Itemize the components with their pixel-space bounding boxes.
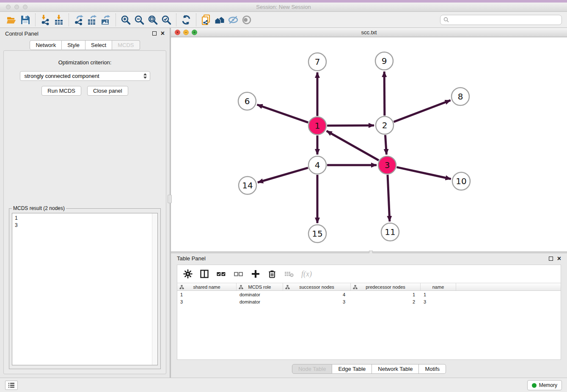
zoom-fit-icon[interactable] [146, 13, 160, 27]
open-session-icon[interactable] [5, 13, 19, 27]
table-header-row: shared nameMCDS rolesuccessor nodesprede… [177, 283, 561, 291]
cell-predecessor-nodes[interactable]: 2 [351, 299, 421, 304]
refresh-network-icon[interactable] [179, 13, 193, 27]
column-header-predecessor-nodes[interactable]: predecessor nodes [351, 283, 421, 290]
graph-edge-4-14[interactable] [258, 168, 308, 182]
cell-predecessor-nodes[interactable]: 1 [351, 292, 421, 297]
export-network-icon[interactable] [72, 13, 85, 27]
graph-node-6[interactable]: 6 [238, 92, 256, 110]
graph-edge-3-11[interactable] [388, 175, 390, 221]
tab-network[interactable]: Network [30, 40, 62, 50]
network-canvas[interactable]: 7968124314101511 [171, 37, 567, 251]
column-header-successor-nodes[interactable]: successor nodes [283, 283, 351, 290]
zoom-selected-icon[interactable] [160, 13, 173, 27]
cell-shared-name[interactable]: 1 [177, 292, 237, 297]
show-column-panel-icon[interactable] [200, 269, 209, 279]
duplicate-network-icon[interactable] [199, 13, 213, 27]
column-header-mcds-role[interactable]: MCDS role [237, 283, 283, 290]
cell-shared-name[interactable]: 3 [177, 299, 237, 304]
cell-successor-nodes[interactable]: 4 [283, 292, 351, 297]
export-table-icon[interactable] [85, 13, 99, 27]
save-session-icon[interactable] [19, 13, 32, 27]
task-history-button[interactable] [5, 381, 18, 390]
graph-node-9[interactable]: 9 [375, 52, 393, 70]
graph-node-10[interactable]: 10 [452, 172, 470, 190]
table-options-icon[interactable] [183, 269, 193, 279]
panel-divider-grip[interactable] [168, 195, 172, 203]
memory-label: Memory [539, 382, 557, 388]
optimization-criterion-label: Optimization criterion: [4, 59, 166, 66]
graph-node-1[interactable]: 1 [308, 117, 326, 135]
close-panel-icon[interactable]: × [161, 31, 165, 36]
list-icon [8, 382, 15, 388]
graph-node-7[interactable]: 7 [308, 53, 326, 71]
tab-style[interactable]: Style [62, 40, 85, 50]
tab-node-table[interactable]: Node Table [292, 364, 333, 374]
cell-name[interactable]: 1 [421, 292, 456, 297]
tab-select[interactable]: Select [85, 40, 112, 50]
table-row[interactable]: 3dominator323 [177, 298, 561, 305]
table-toolbar: f(x) [177, 265, 561, 283]
result-scrollbar[interactable] [152, 213, 157, 365]
delete-columns-icon[interactable] [267, 269, 277, 279]
close-panel-button[interactable]: Close panel [87, 86, 128, 96]
main-area: Control Panel × NetworkStyleSelectMCDS O… [0, 28, 567, 378]
column-header-shared-name[interactable]: shared name [177, 283, 237, 290]
memory-button[interactable]: Memory [527, 380, 562, 390]
graph-edge-2-8[interactable] [394, 100, 451, 122]
maximize-network-icon[interactable]: + [192, 30, 197, 35]
zoom-in-icon[interactable] [119, 13, 132, 27]
hide-selected-icon[interactable] [226, 13, 240, 27]
toolbar-separator [196, 14, 196, 26]
criterion-dropdown[interactable]: strongly connected component [20, 71, 150, 81]
mcds-result-box[interactable]: 1 3 [12, 213, 158, 365]
first-neighbors-icon[interactable] [213, 13, 226, 27]
tab-motifs[interactable]: Motifs [419, 364, 446, 374]
unselect-all-columns-icon[interactable] [234, 269, 244, 279]
column-header-name[interactable]: name [421, 283, 456, 290]
show-hidden-icon[interactable] [240, 13, 253, 27]
tab-network-table[interactable]: Network Table [372, 364, 419, 374]
mcds-tab-content: Optimization criterion: strongly connect… [3, 50, 166, 374]
cell-successor-nodes[interactable]: 3 [283, 299, 351, 304]
import-table-icon[interactable] [52, 13, 66, 27]
add-column-icon[interactable] [251, 269, 260, 279]
cell-mcds-role[interactable]: dominator [237, 292, 283, 297]
graph-edge-1-6[interactable] [257, 105, 308, 122]
graph-edge-2-9[interactable] [384, 72, 385, 116]
graph-edge-1-2[interactable] [327, 125, 374, 126]
table-row[interactable]: 1dominator411 [177, 291, 561, 298]
cell-mcds-role[interactable]: dominator [237, 299, 283, 304]
run-mcds-button[interactable]: Run MCDS [41, 86, 81, 96]
cell-name[interactable]: 3 [421, 299, 456, 304]
graph-node-8[interactable]: 8 [451, 88, 469, 105]
svg-text:3: 3 [385, 160, 390, 170]
graph-node-4[interactable]: 4 [308, 156, 326, 174]
zoom-out-icon[interactable] [132, 13, 146, 27]
graph-node-2[interactable]: 2 [376, 116, 394, 134]
minimize-network-icon[interactable]: − [183, 30, 189, 35]
search-input[interactable] [451, 17, 559, 23]
table-panel-title: Table Panel [177, 255, 206, 262]
float-table-panel-icon[interactable] [549, 257, 553, 261]
tab-edge-table[interactable]: Edge Table [332, 364, 372, 374]
graph-node-14[interactable]: 14 [239, 177, 256, 194]
select-all-columns-icon[interactable] [216, 269, 226, 279]
graph-node-11[interactable]: 11 [381, 223, 399, 241]
export-image-icon[interactable] [99, 13, 113, 27]
table-rows: 1dominator4113dominator323 [177, 291, 561, 305]
graph-edge-3-10[interactable] [396, 167, 451, 179]
import-network-icon[interactable] [39, 13, 52, 27]
tab-mcds[interactable]: MCDS [112, 40, 140, 50]
float-panel-icon[interactable] [152, 31, 157, 36]
svg-text:2: 2 [382, 120, 388, 130]
graph-node-3[interactable]: 3 [378, 156, 396, 174]
svg-text:9: 9 [382, 56, 387, 66]
graph-node-15[interactable]: 15 [308, 225, 326, 243]
graph-edge-2-3[interactable] [385, 135, 386, 155]
close-table-panel-icon[interactable]: × [557, 257, 561, 261]
close-network-icon[interactable]: × [175, 30, 180, 35]
graph-edge-3-1[interactable] [327, 131, 379, 160]
svg-text:8: 8 [458, 91, 463, 102]
dropdown-stepper-icon [143, 73, 147, 79]
